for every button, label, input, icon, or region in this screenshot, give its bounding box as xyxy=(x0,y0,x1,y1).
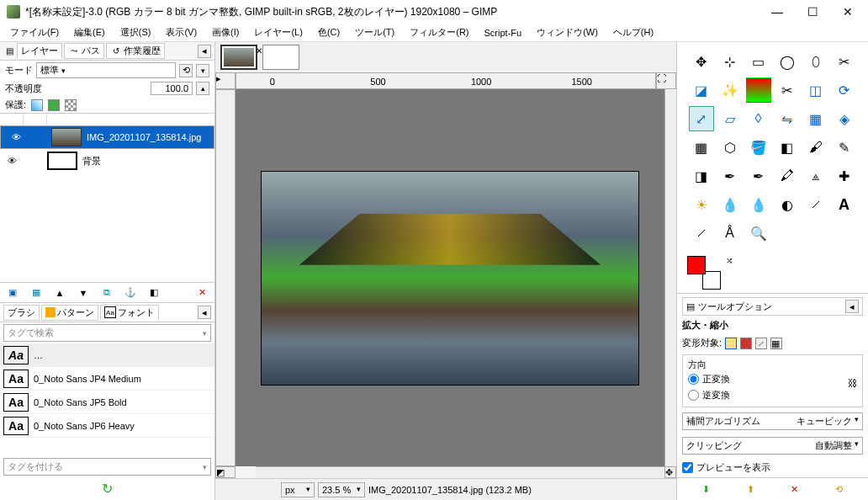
navigate-button[interactable]: ✥ xyxy=(664,466,676,478)
tool-cage[interactable]: ⬡ xyxy=(717,135,743,160)
resource-dock-menu[interactable]: ◂ xyxy=(198,306,211,319)
tab-font[interactable]: Aaフォント xyxy=(100,305,159,321)
menu-view[interactable]: 表示(V) xyxy=(159,24,204,40)
tool-blur[interactable]: 💧 xyxy=(717,192,743,217)
eye-icon[interactable]: 👁 xyxy=(0,156,24,166)
lock-position[interactable] xyxy=(48,99,60,111)
target-selection[interactable] xyxy=(740,338,752,349)
raise-layer-button[interactable]: ▲ xyxy=(52,285,67,301)
tool-text[interactable]: A xyxy=(832,192,857,217)
radio-reverse[interactable]: 逆変換 xyxy=(688,387,857,403)
tool-by-color[interactable]: ▬ xyxy=(746,77,771,103)
quickmask-button[interactable]: ◩ xyxy=(215,466,236,478)
tool-bucket[interactable]: 🪣 xyxy=(746,135,771,160)
mask-layer-button[interactable]: ◧ xyxy=(146,285,161,301)
target-image[interactable]: ▦ xyxy=(770,338,782,349)
tab-paths[interactable]: ⤳パス xyxy=(64,43,104,59)
menu-select[interactable]: 選択(S) xyxy=(114,24,158,40)
tool-free-select[interactable]: ⬯ xyxy=(803,49,828,74)
ruler-vertical[interactable] xyxy=(215,89,236,466)
menu-tools[interactable]: ツール(T) xyxy=(348,24,401,40)
tool-smudge[interactable]: ☀ xyxy=(689,192,714,217)
image-tab-2[interactable] xyxy=(262,45,299,70)
tool-foreground[interactable]: ◪ xyxy=(689,77,714,103)
menu-help[interactable]: ヘルプ(H) xyxy=(606,24,660,40)
menu-image[interactable]: 画像(I) xyxy=(205,24,246,40)
opacity-up[interactable]: ▴ xyxy=(196,82,209,95)
reset-preset-button[interactable]: ⟲ xyxy=(832,481,847,497)
delete-preset-button[interactable]: ✕ xyxy=(787,481,802,497)
font-item[interactable]: Aa0_Noto Sans JP5 Bold xyxy=(0,391,214,414)
tool-ink[interactable]: ✒ xyxy=(746,163,771,189)
delete-layer-button[interactable]: ✕ xyxy=(194,285,209,301)
tool-handle[interactable]: ◈ xyxy=(832,106,857,131)
refresh-fonts-button[interactable]: ↻ xyxy=(0,477,214,500)
tool-unified[interactable]: ◫ xyxy=(803,77,828,103)
tool-rect-select[interactable]: ▭ xyxy=(746,49,771,74)
unit-select[interactable]: px▾ xyxy=(281,482,315,497)
menu-file[interactable]: ファイル(F) xyxy=(3,24,66,40)
foreground-color[interactable] xyxy=(687,256,706,274)
tool-paintbrush[interactable]: 🖌 xyxy=(803,135,828,160)
tool-gradient[interactable]: ◧ xyxy=(775,135,800,160)
tool-eraser[interactable]: ◨ xyxy=(689,163,714,189)
menu-filters[interactable]: フィルター(R) xyxy=(403,24,475,40)
tool-flip[interactable]: ⇋ xyxy=(775,106,800,131)
tool-fuzzy[interactable]: ✨ xyxy=(717,77,743,103)
swap-colors-icon[interactable]: ⤭ xyxy=(726,256,733,265)
menu-color[interactable]: 色(C) xyxy=(311,24,347,40)
preview-checkbox[interactable]: プレビューを表示 xyxy=(682,460,863,476)
tool-color-picker[interactable]: ⟋ xyxy=(689,221,714,246)
layer-row[interactable]: 👁 背景 xyxy=(0,149,214,173)
mode-select[interactable]: 標準 ▾ xyxy=(36,62,176,78)
tag-add[interactable]: タグを付ける▾ xyxy=(3,458,211,476)
radio-normal[interactable]: 正変換 xyxy=(688,371,857,387)
ruler-corner[interactable]: ▸ xyxy=(215,72,236,89)
tool-options-tab[interactable]: ▤ ツールオプション ◂ xyxy=(682,297,863,316)
tool-measure[interactable]: Å xyxy=(717,221,743,246)
lock-pixels[interactable] xyxy=(31,99,43,111)
tool-shear[interactable]: ▱ xyxy=(717,106,743,131)
dock-menu-button[interactable]: ◂ xyxy=(198,45,211,58)
tool-rotate[interactable]: ⟳ xyxy=(832,77,857,103)
tool-clone[interactable]: ⟁ xyxy=(803,163,828,189)
mode-reset[interactable]: ⟲ xyxy=(179,64,193,77)
close-tab-icon[interactable]: ✕ xyxy=(256,46,262,56)
target-layer[interactable] xyxy=(725,338,737,349)
tool-pencil[interactable]: ✎ xyxy=(832,135,857,160)
new-layer-button[interactable]: ▣ xyxy=(5,285,20,301)
tool-move[interactable]: ✥ xyxy=(689,49,714,74)
tab-brush[interactable]: ブラシ xyxy=(3,305,40,321)
tool-burn[interactable]: ◐ xyxy=(775,192,800,217)
lock-alpha[interactable] xyxy=(65,99,77,111)
tool-heal[interactable]: ✚ xyxy=(832,163,857,189)
tool-zoom[interactable]: 🔍 xyxy=(746,221,771,246)
menu-edit[interactable]: 編集(E) xyxy=(67,24,112,40)
menu-window[interactable]: ウィンドウ(W) xyxy=(530,24,605,40)
tooloptions-menu[interactable]: ◂ xyxy=(845,300,859,313)
font-item[interactable]: Aa0_Noto Sans JP6 Heavy xyxy=(0,414,214,438)
duplicate-layer-button[interactable]: ⧉ xyxy=(99,285,114,301)
close-button[interactable]: ✕ xyxy=(838,5,858,19)
minimize-button[interactable]: — xyxy=(767,5,787,19)
image-tab-1[interactable]: ✕ xyxy=(220,45,257,70)
load-preset-button[interactable]: ⬆ xyxy=(743,481,758,497)
tool-3d[interactable]: ▦ xyxy=(803,106,828,131)
vertical-scrollbar[interactable] xyxy=(664,89,676,466)
clipping-select[interactable]: クリッピング自動調整 ▾ xyxy=(682,437,863,455)
zoom-select[interactable]: 23.5 %▾ xyxy=(318,482,365,497)
eye-icon[interactable]: 👁 xyxy=(4,132,28,142)
mode-more[interactable]: ▾ xyxy=(196,64,209,77)
menu-scriptfu[interactable]: Script-Fu xyxy=(478,26,529,40)
tool-path[interactable]: ⟋ xyxy=(803,192,828,217)
tool-crop[interactable]: ✂ xyxy=(775,77,800,103)
zoom-fit-button[interactable]: ⛶ xyxy=(656,72,676,89)
tab-history[interactable]: ↺作業履歴 xyxy=(106,43,165,59)
tab-layers[interactable]: レイヤー xyxy=(17,43,62,59)
lower-layer-button[interactable]: ▼ xyxy=(76,285,91,301)
maximize-button[interactable]: ☐ xyxy=(802,5,823,19)
merge-layer-button[interactable]: ⚓ xyxy=(123,285,138,301)
font-item[interactable]: Aa… xyxy=(0,343,214,367)
tool-dodge[interactable]: 💧 xyxy=(746,192,771,217)
tool-scale[interactable]: ⤢ xyxy=(689,106,714,131)
